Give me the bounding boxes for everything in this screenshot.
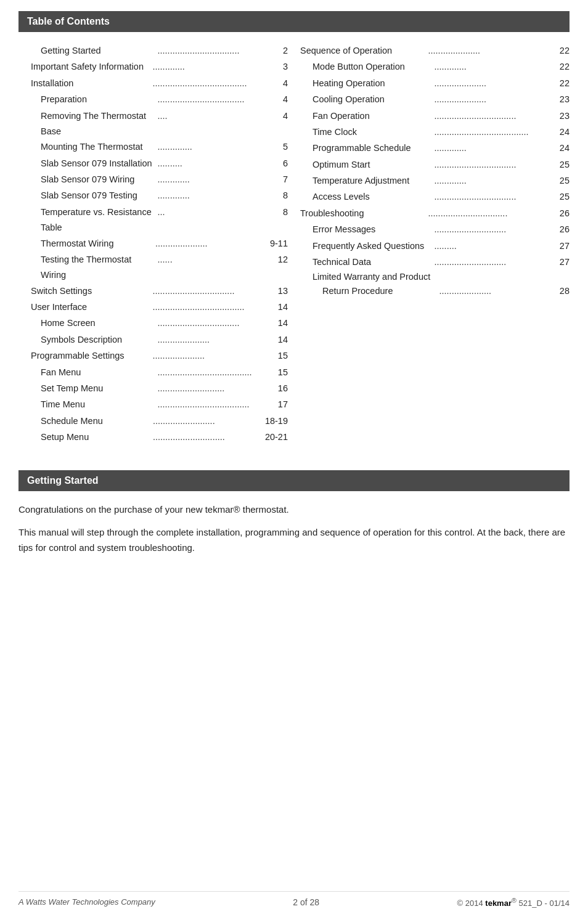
footer-brand-label: A Watts Water Technologies Company bbox=[18, 897, 155, 907]
list-item: Access Levels ..........................… bbox=[300, 189, 570, 205]
list-item: Preparation ............................… bbox=[18, 92, 288, 108]
list-item: Switch Settings ........................… bbox=[18, 283, 288, 300]
list-item: Error Messages .........................… bbox=[300, 222, 570, 238]
footer-page-number: 2 of 28 bbox=[293, 897, 319, 907]
list-item: Mode Button Operation ............. 22 bbox=[300, 59, 570, 75]
footer: A Watts Water Technologies Company 2 of … bbox=[18, 891, 570, 908]
toc-header: Table of Contents bbox=[18, 11, 570, 32]
list-item: Removing The Thermostat Base .... 4 bbox=[18, 108, 288, 140]
list-item: Testing the Thermostat Wiring ...... 12 bbox=[18, 252, 288, 283]
list-item: Time Clock .............................… bbox=[300, 124, 570, 141]
list-item: Symbols Description ....................… bbox=[18, 332, 288, 348]
list-item: Slab Sensor 079 Wiring ............. 7 bbox=[18, 172, 288, 188]
list-item: User Interface .........................… bbox=[18, 300, 288, 316]
list-item: Time Menu ..............................… bbox=[18, 397, 288, 413]
getting-started-header: Getting Started bbox=[18, 470, 570, 491]
list-item: Temperature vs. Resistance Table ... 8 bbox=[18, 205, 288, 236]
list-item: Technical Data .........................… bbox=[300, 255, 570, 271]
toc-left-column: Getting Started ........................… bbox=[18, 43, 300, 446]
list-item: Sequence of Operation ..................… bbox=[300, 43, 570, 59]
list-item: Troubleshooting ........................… bbox=[300, 206, 570, 222]
list-item: Important Safety Information ...........… bbox=[18, 59, 288, 75]
list-item: Programmable Settings ..................… bbox=[18, 348, 288, 364]
page: Table of Contents Getting Started ......… bbox=[0, 11, 588, 909]
tekmar-logo: tekmar bbox=[485, 899, 512, 908]
list-item: Home Screen ............................… bbox=[18, 316, 288, 332]
list-item: Temperature Adjustment ............. 25 bbox=[300, 173, 570, 189]
list-item: Fan Menu ...............................… bbox=[18, 365, 288, 381]
list-item: Slab Sensor 079 Testing ............. 8 bbox=[18, 188, 288, 204]
toc-container: Getting Started ........................… bbox=[18, 43, 570, 446]
list-item: Heating Operation ..................... … bbox=[300, 76, 570, 92]
list-item: Limited Warranty and Product bbox=[300, 271, 570, 283]
getting-started-para2: This manual will step through the comple… bbox=[18, 525, 570, 556]
toc-section: Table of Contents Getting Started ......… bbox=[18, 11, 570, 446]
list-item: Slab Sensor 079 Installation .......... … bbox=[18, 156, 288, 172]
list-item: Frequently Asked Questions ......... 27 bbox=[300, 238, 570, 255]
list-item: Return Procedure ..................... 2… bbox=[300, 283, 570, 300]
copyright-text: © 2014 bbox=[457, 899, 483, 908]
toc-right-column: Sequence of Operation ..................… bbox=[300, 43, 570, 446]
list-item: Programmable Schedule ............. 24 bbox=[300, 141, 570, 157]
list-item: Getting Started ........................… bbox=[18, 43, 288, 59]
list-item: Installation ...........................… bbox=[18, 76, 288, 92]
list-item: Set Temp Menu ..........................… bbox=[18, 381, 288, 397]
getting-started-para1: Congratulations on the purchase of your … bbox=[18, 502, 570, 518]
getting-started-section: Getting Started Congratulations on the p… bbox=[18, 470, 570, 555]
list-item: Optimum Start ..........................… bbox=[300, 157, 570, 173]
list-item: Schedule Menu ......................... … bbox=[18, 414, 288, 430]
footer-copyright: © 2014 tekmar® 521_D - 01/14 bbox=[457, 897, 570, 908]
list-item: Fan Operation ..........................… bbox=[300, 108, 570, 124]
footer-model: 521_D - 01/14 bbox=[519, 899, 570, 908]
list-item: Cooling Operation ..................... … bbox=[300, 92, 570, 108]
getting-started-body: Congratulations on the purchase of your … bbox=[18, 502, 570, 555]
registered-mark: ® bbox=[512, 897, 517, 904]
list-item: Setup Menu .............................… bbox=[18, 430, 288, 446]
list-item: Thermostat Wiring ..................... … bbox=[18, 236, 288, 252]
list-item: Mounting The Thermostat .............. 5 bbox=[18, 139, 288, 155]
